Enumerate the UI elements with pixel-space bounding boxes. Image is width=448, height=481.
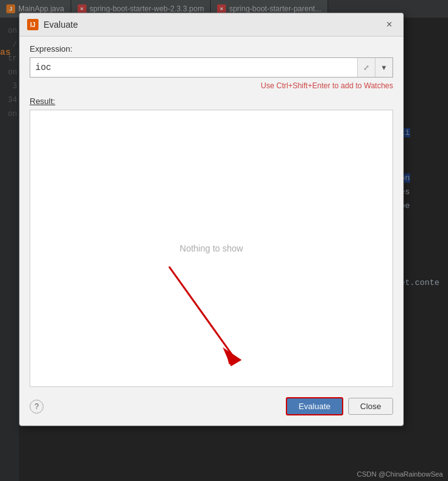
result-label: Result: (30, 96, 393, 106)
dialog-title-left: IJ Evaluate (27, 19, 78, 30)
svg-line-0 (169, 267, 232, 355)
evaluate-button[interactable]: Evaluate (286, 397, 343, 415)
dialog-titlebar: IJ Evaluate × (20, 13, 403, 37)
evaluate-dialog: IJ Evaluate × Expression: ⤢ ▼ Use Ctrl+S… (19, 13, 404, 426)
dropdown-icon: ▼ (380, 64, 387, 71)
result-area: Nothing to show (30, 110, 393, 387)
arrow-annotation (93, 254, 283, 380)
footer-left: ? (30, 400, 281, 414)
nothing-to-show-text: Nothing to show (180, 243, 243, 253)
expression-input[interactable] (30, 59, 357, 76)
expression-row: ⤢ ▼ (30, 57, 393, 78)
dialog-title-text: Evaluate (44, 20, 78, 30)
svg-marker-1 (226, 352, 239, 364)
expression-label: Expression: (30, 44, 393, 54)
dialog-logo-text: IJ (30, 21, 35, 28)
dialog-body: Expression: ⤢ ▼ Use Ctrl+Shift+Enter to … (20, 37, 403, 426)
dialog-close-button[interactable]: × (383, 18, 396, 31)
help-button[interactable]: ? (30, 400, 44, 414)
expression-dropdown-button[interactable]: ▼ (375, 58, 392, 77)
expression-expand-button[interactable]: ⤢ (357, 58, 375, 77)
dialog-footer: ? Evaluate Close (30, 397, 393, 415)
watermark-text: CSDN @ChinaRainbowSea (357, 470, 443, 478)
close-button[interactable]: Close (348, 398, 393, 415)
svg-marker-2 (223, 347, 242, 366)
expand-icon: ⤢ (363, 64, 369, 72)
dialog-logo: IJ (27, 19, 38, 30)
hint-text: Use Ctrl+Shift+Enter to add to Watches (30, 81, 393, 90)
help-icon: ? (35, 402, 39, 411)
